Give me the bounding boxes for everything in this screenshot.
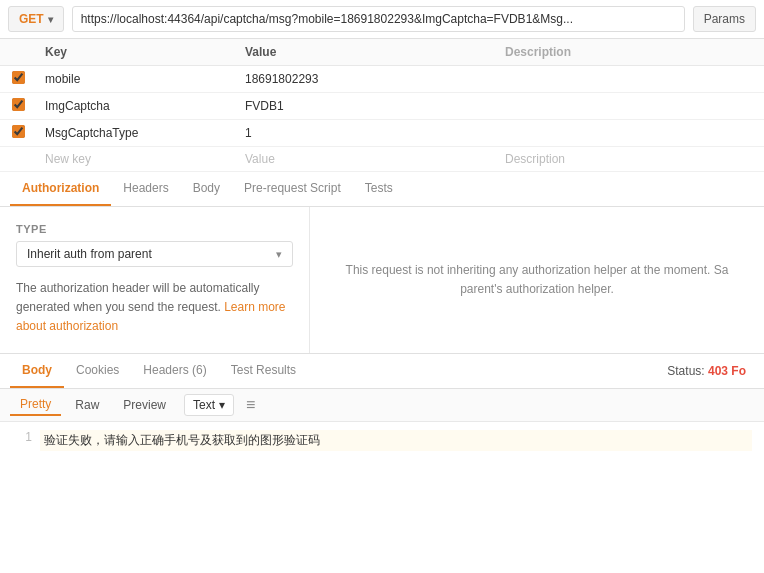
new-row-desc[interactable]: Description <box>495 147 764 172</box>
auth-description: The authorization header will be automat… <box>16 279 293 337</box>
status-code: 403 Fo <box>708 364 746 378</box>
check-col-header <box>0 39 35 66</box>
response-body: 1 验证失败，请输入正确手机号及获取到的图形验证码 <box>0 422 764 459</box>
params-button[interactable]: Params <box>693 6 756 32</box>
row-checkbox-cell <box>0 93 35 120</box>
request-tabs: Authorization Headers Body Pre-request S… <box>0 172 764 207</box>
table-row: mobile 18691802293 <box>0 66 764 93</box>
url-input[interactable] <box>72 6 685 32</box>
row-checkbox-cell <box>0 66 35 93</box>
method-label: GET <box>19 12 44 26</box>
table-row: ImgCaptcha FVDB1 <box>0 93 764 120</box>
wrap-icon[interactable]: ≡ <box>246 396 255 414</box>
text-format-chevron-icon: ▾ <box>219 398 225 412</box>
text-format-dropdown[interactable]: Text ▾ <box>184 394 234 416</box>
key-col-header: Key <box>35 39 235 66</box>
row-checkbox[interactable] <box>12 98 25 111</box>
tab-response-headers[interactable]: Headers (6) <box>131 354 218 388</box>
tab-response-body[interactable]: Body <box>10 354 64 388</box>
new-row-key[interactable]: New key <box>35 147 235 172</box>
type-label: TYPE <box>16 223 293 235</box>
url-bar: GET ▾ Params <box>0 0 764 39</box>
format-preview-button[interactable]: Preview <box>113 395 176 415</box>
auth-right-text: This request is not inheriting any autho… <box>326 261 748 299</box>
format-raw-button[interactable]: Raw <box>65 395 109 415</box>
status-badge: Status: 403 Fo <box>667 364 754 378</box>
row-value: 1 <box>235 120 495 147</box>
tab-response-cookies[interactable]: Cookies <box>64 354 131 388</box>
params-section: Key Value Description mobile 18691802293… <box>0 39 764 172</box>
authorization-section: TYPE Inherit auth from parent ▾ The auth… <box>0 207 764 353</box>
tab-headers[interactable]: Headers <box>111 172 180 206</box>
text-format-value: Text <box>193 398 215 412</box>
format-pretty-button[interactable]: Pretty <box>10 394 61 416</box>
row-checkbox-cell <box>0 120 35 147</box>
table-row: MsgCaptchaType 1 <box>0 120 764 147</box>
new-key-row: New key Value Description <box>0 147 764 172</box>
tab-tests[interactable]: Tests <box>353 172 405 206</box>
auth-right-panel: This request is not inheriting any autho… <box>310 207 764 353</box>
format-bar: Pretty Raw Preview Text ▾ ≡ <box>0 389 764 422</box>
row-description <box>495 93 764 120</box>
response-tabs-row: Body Cookies Headers (6) Test Results St… <box>0 354 764 389</box>
type-select-dropdown[interactable]: Inherit auth from parent ▾ <box>16 241 293 267</box>
row-key: mobile <box>35 66 235 93</box>
response-line: 1 验证失败，请输入正确手机号及获取到的图形验证码 <box>12 430 752 451</box>
tab-body[interactable]: Body <box>181 172 232 206</box>
response-section: Body Cookies Headers (6) Test Results St… <box>0 353 764 459</box>
new-row-value[interactable]: Value <box>235 147 495 172</box>
auth-left-panel: TYPE Inherit auth from parent ▾ The auth… <box>0 207 310 353</box>
type-select-chevron-icon: ▾ <box>276 248 282 261</box>
row-description <box>495 120 764 147</box>
row-description <box>495 66 764 93</box>
tab-authorization[interactable]: Authorization <box>10 172 111 206</box>
row-key: ImgCaptcha <box>35 93 235 120</box>
row-checkbox[interactable] <box>12 125 25 138</box>
type-select-value: Inherit auth from parent <box>27 247 152 261</box>
line-content: 验证失败，请输入正确手机号及获取到的图形验证码 <box>40 430 752 451</box>
row-key: MsgCaptchaType <box>35 120 235 147</box>
method-chevron-icon: ▾ <box>48 14 53 25</box>
tab-response-test-results[interactable]: Test Results <box>219 354 308 388</box>
new-row-checkbox-cell <box>0 147 35 172</box>
value-col-header: Value <box>235 39 495 66</box>
response-tabs: Body Cookies Headers (6) Test Results <box>10 354 308 388</box>
row-value: FVDB1 <box>235 93 495 120</box>
line-number: 1 <box>12 430 32 451</box>
params-table: Key Value Description mobile 18691802293… <box>0 39 764 172</box>
row-value: 18691802293 <box>235 66 495 93</box>
tab-pre-request-script[interactable]: Pre-request Script <box>232 172 353 206</box>
row-checkbox[interactable] <box>12 71 25 84</box>
desc-col-header: Description <box>495 39 764 66</box>
method-button[interactable]: GET ▾ <box>8 6 64 32</box>
